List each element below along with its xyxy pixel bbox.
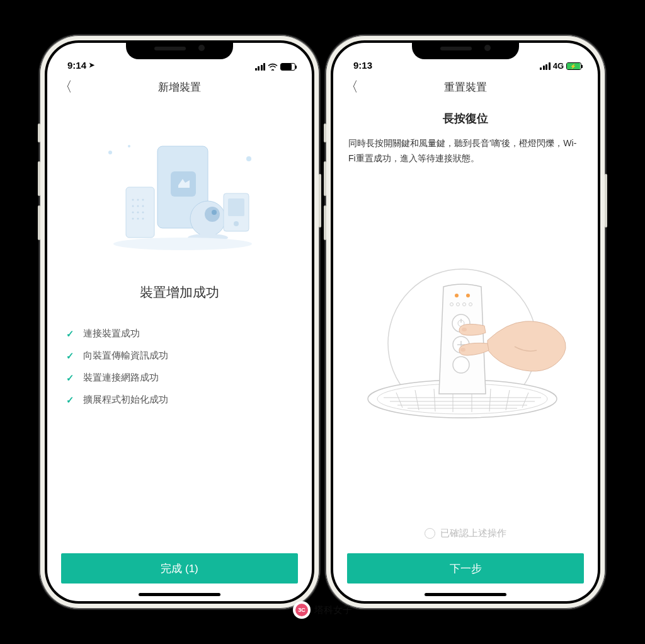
watermark-badge-icon: 3C — [293, 601, 311, 619]
svg-point-1 — [246, 156, 251, 161]
check-icon: ✓ — [66, 328, 74, 340]
svg-point-17 — [142, 218, 144, 220]
svg-point-2 — [128, 145, 130, 147]
screen-right: 9:13 4G 〈 重置裝置 長按復位 同時長按開關鍵和風量鍵，聽到長音'嘀'後… — [333, 43, 598, 601]
check-item: ✓ 擴展程式初始化成功 — [66, 394, 298, 406]
svg-point-9 — [132, 205, 134, 207]
svg-rect-23 — [228, 198, 244, 216]
nav-bar: 〈 重置裝置 — [333, 72, 598, 102]
svg-point-0 — [108, 151, 112, 154]
home-indicator[interactable] — [139, 593, 220, 596]
battery-charging-icon — [566, 62, 581, 70]
svg-point-52 — [460, 348, 465, 352]
phone-notch — [412, 40, 519, 59]
svg-point-50 — [453, 357, 469, 373]
home-indicator[interactable] — [425, 593, 506, 596]
section-title: 長按復位 — [347, 111, 584, 126]
side-button — [324, 205, 326, 240]
svg-point-20 — [212, 210, 217, 215]
phone-notch — [126, 40, 233, 59]
back-button[interactable]: 〈 — [345, 78, 358, 96]
phone-right: 9:13 4G 〈 重置裝置 長按復位 同時長按開關鍵和風量鍵，聽到長音'嘀'後… — [326, 35, 605, 609]
svg-point-16 — [137, 218, 139, 220]
side-button — [38, 161, 40, 196]
side-button — [605, 174, 607, 227]
status-time: 9:14 — [67, 60, 86, 71]
wifi-icon — [268, 63, 278, 71]
svg-point-8 — [142, 199, 144, 201]
complete-button[interactable]: 完成 (1) — [61, 553, 298, 584]
confirm-label: 已確認上述操作 — [440, 527, 506, 539]
check-item: ✓ 裝置連接網路成功 — [66, 372, 298, 384]
check-label: 向裝置傳輸資訊成功 — [83, 350, 168, 362]
svg-point-10 — [137, 205, 139, 207]
side-button — [319, 174, 321, 227]
confirm-row[interactable]: 已確認上述操作 — [347, 527, 584, 539]
check-icon: ✓ — [66, 394, 74, 406]
svg-point-14 — [142, 212, 144, 214]
svg-point-42 — [466, 294, 470, 297]
success-title: 裝置增加成功 — [61, 284, 298, 301]
svg-point-6 — [132, 199, 134, 201]
svg-point-11 — [142, 205, 144, 207]
watermark-text: 塔科女子 — [314, 604, 352, 616]
check-list: ✓ 連接裝置成功 ✓ 向裝置傳輸資訊成功 ✓ 裝置連接網路成功 ✓ 擴展程式初始… — [61, 328, 298, 416]
svg-point-19 — [205, 207, 220, 222]
side-button — [38, 205, 40, 240]
nav-bar: 〈 新增裝置 — [47, 72, 312, 102]
watermark: 3C 塔科女子 — [293, 601, 352, 619]
battery-icon — [280, 63, 295, 71]
side-button — [38, 124, 40, 142]
section-description: 同時長按開關鍵和風量鍵，聽到長音'嘀'後，橙燈閃爍，Wi-Fi重置成功，進入等待… — [347, 136, 584, 166]
check-item: ✓ 向裝置傳輸資訊成功 — [66, 350, 298, 362]
side-button — [324, 124, 326, 142]
check-icon: ✓ — [66, 372, 74, 384]
side-button — [324, 161, 326, 196]
check-item: ✓ 連接裝置成功 — [66, 328, 298, 340]
svg-point-51 — [462, 328, 467, 331]
svg-rect-5 — [126, 187, 154, 238]
check-label: 連接裝置成功 — [83, 328, 140, 340]
svg-point-7 — [137, 199, 139, 201]
success-illustration — [61, 115, 298, 279]
check-label: 擴展程式初始化成功 — [83, 394, 168, 406]
status-time: 9:13 — [353, 60, 372, 71]
signal-icon — [255, 63, 266, 71]
page-title: 新增裝置 — [158, 80, 201, 95]
check-icon: ✓ — [66, 350, 74, 362]
svg-point-24 — [234, 221, 239, 226]
screen-left: 9:14 ➤ 〈 新增裝置 — [47, 43, 312, 601]
next-button[interactable]: 下一步 — [347, 553, 584, 584]
svg-point-12 — [132, 212, 134, 214]
signal-icon — [540, 62, 551, 70]
svg-point-15 — [132, 218, 134, 220]
svg-point-25 — [113, 238, 252, 250]
network-label: 4G — [553, 61, 564, 71]
check-label: 裝置連接網路成功 — [83, 372, 159, 384]
phone-left: 9:14 ➤ 〈 新增裝置 — [40, 35, 319, 609]
device-illustration — [347, 173, 584, 527]
location-icon: ➤ — [89, 61, 94, 69]
svg-point-41 — [455, 294, 459, 297]
page-title: 重置裝置 — [444, 80, 487, 95]
back-button[interactable]: 〈 — [59, 78, 72, 96]
radio-unchecked-icon[interactable] — [425, 528, 435, 539]
svg-point-13 — [137, 212, 139, 214]
